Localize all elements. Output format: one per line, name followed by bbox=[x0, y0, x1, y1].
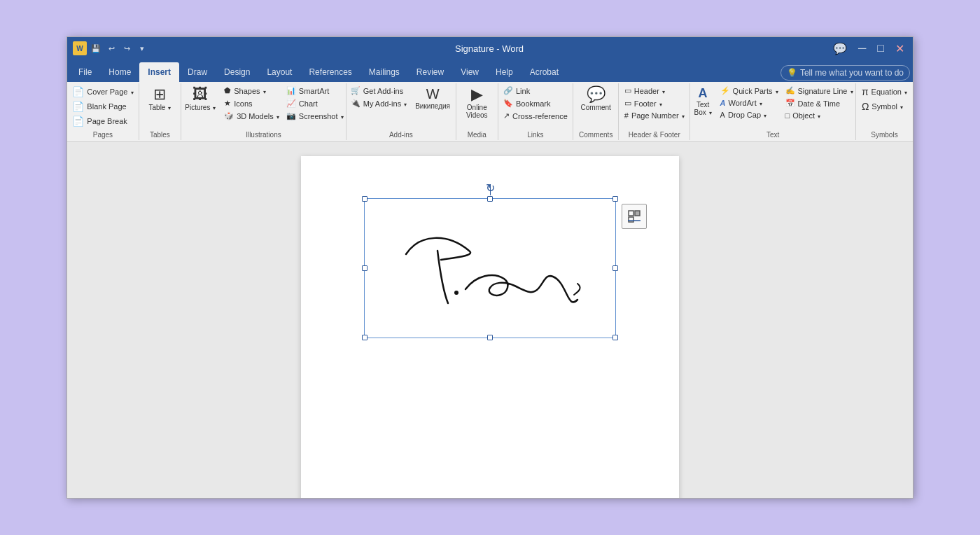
signature-box[interactable] bbox=[364, 198, 616, 338]
drop-cap-button[interactable]: A Drop Cap ▾ bbox=[718, 109, 781, 120]
undo-button[interactable]: ↩ bbox=[105, 42, 118, 55]
wordart-icon: A bbox=[720, 99, 726, 107]
svg-point-0 bbox=[454, 291, 458, 295]
handle-middle-left[interactable] bbox=[362, 265, 368, 271]
page: ↻ bbox=[301, 156, 679, 498]
ribbon-group-text: A TextBox ▾ ⚡ Quick Parts ▾ A WordArt ▾ … bbox=[690, 83, 856, 140]
ribbon-content: 📄 Cover Page ▾ 📄 Blank Page 📄 Page Break… bbox=[67, 82, 913, 142]
page-break-button[interactable]: 📄 Page Break bbox=[69, 114, 136, 128]
comment-icon: 💬 bbox=[587, 87, 606, 102]
icons-button[interactable]: ★ Icons bbox=[221, 97, 282, 109]
page-number-button[interactable]: # Page Number ▾ bbox=[622, 110, 687, 121]
equation-button[interactable]: π Equation ▾ bbox=[859, 85, 910, 99]
tab-layout[interactable]: Layout bbox=[258, 62, 300, 82]
word-icon: W bbox=[73, 41, 87, 55]
table-button[interactable]: ⊞ Table ▾ bbox=[144, 85, 175, 113]
chart-button[interactable]: 📈 Chart bbox=[284, 97, 346, 109]
header-footer-label: Header & Footer bbox=[629, 131, 680, 139]
tab-draw[interactable]: Draw bbox=[179, 62, 216, 82]
tell-me-text: Tell me what you want to do bbox=[800, 68, 904, 78]
chart-icon: 📈 bbox=[286, 99, 296, 108]
signature-container[interactable]: ↻ bbox=[364, 198, 616, 338]
title-bar-left: W 💾 ↩ ↪ ▾ bbox=[73, 41, 148, 55]
pages-col: 📄 Cover Page ▾ 📄 Blank Page 📄 Page Break bbox=[69, 85, 136, 128]
link-button[interactable]: 🔗 Link bbox=[500, 85, 570, 97]
object-button[interactable]: □ Object ▾ bbox=[783, 110, 856, 121]
layout-options-button[interactable] bbox=[622, 204, 647, 229]
signature-line-button[interactable]: ✍ Signature Line ▾ bbox=[783, 85, 856, 97]
link-icon: 🔗 bbox=[503, 86, 513, 95]
title-bar: W 💾 ↩ ↪ ▾ Signature - Word 💬 ─ □ ✕ bbox=[67, 37, 913, 60]
pages-items: 📄 Cover Page ▾ 📄 Blank Page 📄 Page Break bbox=[69, 85, 136, 130]
chat-button[interactable]: 💬 bbox=[830, 42, 850, 55]
my-addins-button[interactable]: 🔌 My Add-ins ▾ bbox=[348, 97, 410, 109]
tab-view[interactable]: View bbox=[452, 62, 487, 82]
svg-rect-1 bbox=[629, 211, 634, 216]
screenshot-icon: 📷 bbox=[286, 111, 296, 120]
rotate-handle[interactable]: ↻ bbox=[486, 181, 495, 195]
illustrations-label: Illustrations bbox=[246, 131, 281, 139]
tab-acrobat[interactable]: Acrobat bbox=[522, 62, 567, 82]
ribbon-group-addins: 🛒 Get Add-ins 🔌 My Add-ins ▾ W Википедия… bbox=[346, 83, 456, 140]
minimize-button[interactable]: ─ bbox=[855, 42, 869, 55]
comments-items: 💬 Comment bbox=[577, 85, 615, 130]
save-button[interactable]: 💾 bbox=[90, 42, 102, 55]
wikipedia-button[interactable]: W Википедия bbox=[411, 85, 454, 112]
comment-button[interactable]: 💬 Comment bbox=[577, 85, 615, 113]
tab-help[interactable]: Help bbox=[487, 62, 522, 82]
footer-button[interactable]: ▭ Footer ▾ bbox=[622, 97, 687, 109]
tell-me-box[interactable]: 💡 Tell me what you want to do bbox=[780, 65, 910, 81]
handle-top-middle[interactable] bbox=[487, 196, 493, 202]
online-videos-button[interactable]: ▶ OnlineVideos bbox=[461, 85, 492, 121]
pictures-button[interactable]: 🖼 Pictures ▾ bbox=[181, 85, 220, 113]
pages-label: Pages bbox=[93, 131, 113, 139]
handle-bottom-middle[interactable] bbox=[487, 335, 493, 340]
bookmark-button[interactable]: 🔖 Bookmark bbox=[500, 97, 570, 109]
links-col: 🔗 Link 🔖 Bookmark ↗ Cross-reference bbox=[500, 85, 570, 122]
smartart-button[interactable]: 📊 SmartArt bbox=[284, 85, 346, 97]
get-addins-button[interactable]: 🛒 Get Add-ins bbox=[348, 85, 410, 97]
tab-insert[interactable]: Insert bbox=[139, 62, 179, 82]
tab-file[interactable]: File bbox=[70, 62, 100, 82]
screenshot-button[interactable]: 📷 Screenshot ▾ bbox=[284, 110, 346, 122]
cross-reference-icon: ↗ bbox=[503, 111, 510, 120]
cover-page-button[interactable]: 📄 Cover Page ▾ bbox=[69, 85, 136, 99]
lightbulb-icon: 💡 bbox=[787, 68, 797, 78]
pictures-icon: 🖼 bbox=[192, 87, 208, 102]
customize-qat-button[interactable]: ▾ bbox=[136, 42, 148, 55]
links-items: 🔗 Link 🔖 Bookmark ↗ Cross-reference bbox=[500, 85, 570, 130]
handle-bottom-right[interactable] bbox=[612, 335, 618, 340]
tab-references[interactable]: References bbox=[300, 62, 360, 82]
tab-design[interactable]: Design bbox=[216, 62, 258, 82]
cross-reference-button[interactable]: ↗ Cross-reference bbox=[500, 110, 570, 122]
symbol-button[interactable]: Ω Symbol ▾ bbox=[859, 99, 910, 113]
tab-review[interactable]: Review bbox=[408, 62, 452, 82]
signature-line-icon: ✍ bbox=[785, 86, 795, 95]
tables-items: ⊞ Table ▾ bbox=[144, 85, 175, 130]
handle-top-left[interactable] bbox=[362, 196, 368, 202]
redo-button[interactable]: ↪ bbox=[120, 42, 133, 55]
signature-svg bbox=[385, 212, 595, 324]
textbox-button[interactable]: A TextBox ▾ bbox=[690, 85, 716, 118]
handle-top-right[interactable] bbox=[612, 196, 618, 202]
handle-middle-right[interactable] bbox=[612, 265, 618, 271]
maximize-button[interactable]: □ bbox=[874, 42, 887, 55]
tab-home[interactable]: Home bbox=[100, 62, 139, 82]
handle-bottom-left[interactable] bbox=[362, 335, 368, 340]
close-button[interactable]: ✕ bbox=[892, 42, 907, 55]
blank-page-button[interactable]: 📄 Blank Page bbox=[69, 99, 136, 113]
icons-icon: ★ bbox=[224, 99, 231, 108]
blank-page-icon: 📄 bbox=[72, 101, 84, 112]
header-button[interactable]: ▭ Header ▾ bbox=[622, 85, 687, 97]
addins-label: Add-ins bbox=[389, 131, 413, 139]
wordart-button[interactable]: A WordArt ▾ bbox=[718, 97, 781, 109]
shapes-button[interactable]: ⬟ Shapes ▾ bbox=[221, 85, 282, 97]
quick-parts-button[interactable]: ⚡ Quick Parts ▾ bbox=[718, 85, 781, 97]
ribbon-group-pages: 📄 Cover Page ▾ 📄 Blank Page 📄 Page Break… bbox=[67, 83, 139, 140]
ribbon-group-media: ▶ OnlineVideos Media bbox=[456, 83, 498, 140]
page-number-icon: # bbox=[624, 111, 629, 120]
date-time-button[interactable]: 📅 Date & Time bbox=[783, 97, 856, 109]
3d-models-button[interactable]: 🎲 3D Models ▾ bbox=[221, 110, 282, 122]
tab-mailings[interactable]: Mailings bbox=[360, 62, 408, 82]
footer-icon: ▭ bbox=[624, 99, 631, 108]
